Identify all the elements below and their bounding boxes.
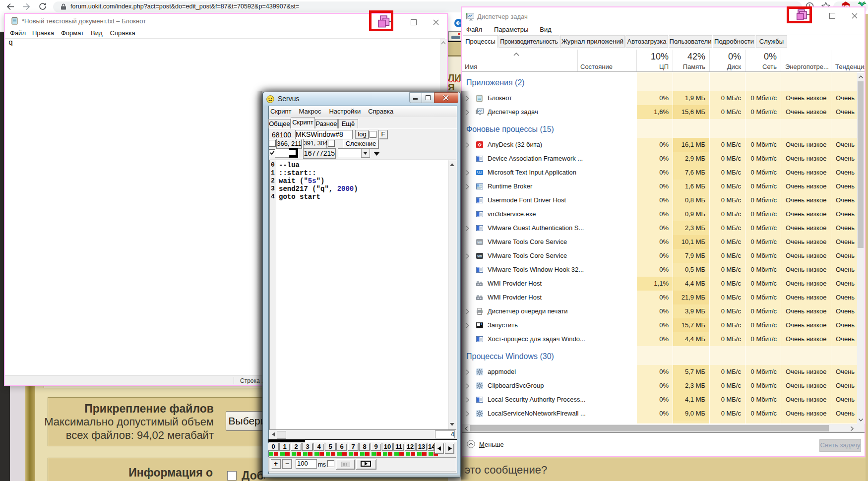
svg-text:vm: vm: [477, 240, 482, 244]
svg-text:vm: vm: [477, 254, 482, 258]
